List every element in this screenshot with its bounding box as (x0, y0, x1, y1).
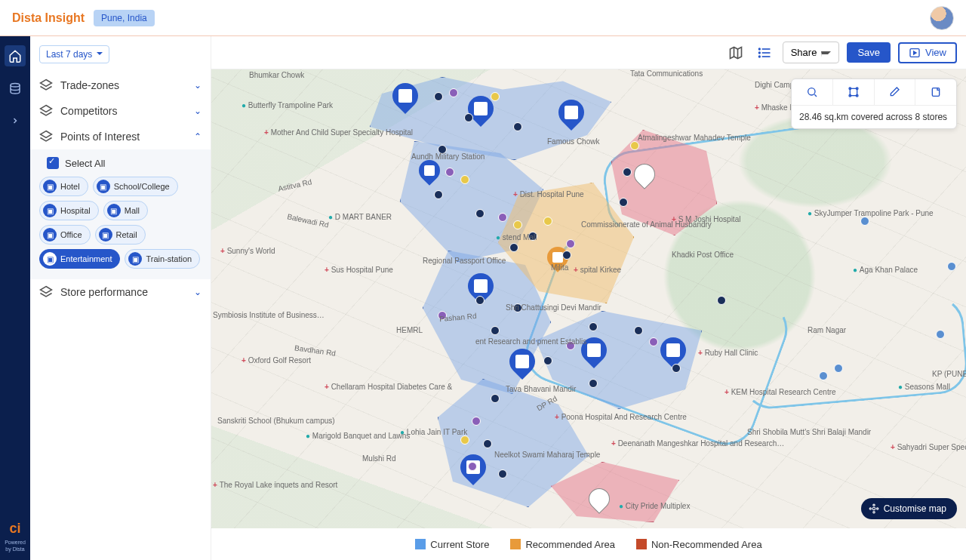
chip-icon: ▣ (43, 252, 57, 266)
svg-point-15 (872, 507, 875, 510)
poi-dot[interactable] (513, 303, 522, 312)
chip-icon: ▣ (43, 228, 57, 242)
home-icon[interactable] (5, 45, 26, 66)
poi-chip-train-station[interactable]: ▣Train-station (125, 249, 200, 269)
chip-icon: ▣ (99, 228, 112, 242)
poi-dot[interactable] (717, 296, 726, 305)
time-range-dropdown[interactable]: Last 7 days (39, 45, 109, 63)
map-canvas[interactable]: ▭ ▭ ▭ ▭ ▭ ▭ ▭ ▭ ▭ ▭ ▭ ▭ (211, 69, 966, 528)
edit-icon[interactable] (875, 79, 916, 105)
poi-dot[interactable] (475, 296, 485, 305)
collapse-icon[interactable] (6, 112, 24, 130)
poi-chip-office[interactable]: ▣Office (39, 225, 91, 245)
view-button[interactable]: View (898, 42, 957, 63)
poi-dot[interactable] (947, 262, 956, 271)
poi-dot[interactable] (491, 394, 500, 403)
poi-dot[interactable] (438, 145, 447, 154)
bounding-box-icon[interactable] (833, 79, 875, 105)
poi-dot[interactable] (460, 175, 469, 184)
poi-dot[interactable] (464, 113, 473, 122)
poi-chip-retail[interactable]: ▣Retail (95, 225, 146, 245)
svg-rect-14 (932, 88, 939, 97)
chip-label: Office (60, 230, 82, 239)
swatch-red (636, 539, 647, 549)
poi-dot[interactable] (936, 330, 945, 339)
poi-chip-entertainment[interactable]: ▣Entertainment (39, 249, 120, 269)
poi-dot[interactable] (566, 239, 575, 248)
poi-dot[interactable] (619, 198, 628, 207)
section-label: Competitors (60, 105, 117, 117)
svg-point-16 (872, 504, 874, 506)
poi-dot[interactable] (543, 217, 552, 226)
poi-dot[interactable] (589, 322, 598, 331)
share-button[interactable]: Share (783, 42, 840, 63)
poi-dot[interactable] (623, 168, 632, 177)
customise-label: Customise map (884, 503, 946, 514)
poi-dot[interactable] (566, 341, 575, 350)
poi-dot[interactable] (468, 462, 477, 471)
poi-dot[interactable] (434, 92, 443, 101)
save-button[interactable]: Save (847, 42, 891, 63)
poi-dot[interactable] (672, 364, 681, 373)
database-icon[interactable] (6, 80, 24, 98)
section-label: Store performance (60, 286, 148, 298)
poi-dot[interactable] (445, 168, 454, 177)
layers-icon (39, 78, 53, 92)
chip-icon: ▣ (107, 204, 121, 217)
location-chip[interactable]: Pune, India (94, 10, 155, 26)
section-store-performance[interactable]: Store performance ⌄ (30, 279, 211, 305)
section-trade-zones[interactable]: Trade-zones ⌄ (30, 72, 211, 98)
poi-dot[interactable] (449, 88, 458, 97)
poi-chip-school-college[interactable]: ▣School/College (93, 177, 178, 196)
poi-dot[interactable] (513, 220, 522, 229)
select-all-row[interactable]: Select All (47, 157, 202, 169)
select-all-label: Select All (65, 158, 105, 169)
poi-dot[interactable] (528, 232, 537, 241)
checkbox-icon[interactable] (47, 157, 59, 169)
poi-dot[interactable] (589, 379, 598, 388)
poi-dot[interactable] (834, 364, 843, 373)
poi-chip-mall[interactable]: ▣Mall (103, 201, 148, 220)
poi-dot[interactable] (460, 435, 469, 445)
poi-dot[interactable] (513, 122, 522, 131)
legend-item-recommended: Recommended Area (510, 539, 615, 550)
customise-map-button[interactable]: Customise map (861, 498, 957, 519)
map-view-icon[interactable] (725, 42, 746, 63)
poi-dot[interactable] (509, 243, 518, 252)
poi-dot[interactable] (483, 439, 492, 448)
poi-dot[interactable] (543, 356, 552, 365)
poi-chip-hospital[interactable]: ▣Hospital (39, 201, 99, 220)
poi-dot[interactable] (819, 371, 828, 380)
rail-footer: ci Poweredby Dista (5, 521, 26, 552)
poi-dot[interactable] (498, 213, 507, 222)
section-competitors[interactable]: Competitors ⌄ (30, 98, 211, 124)
poi-dot[interactable] (491, 92, 500, 101)
chip-label: Mall (125, 206, 140, 215)
note-icon[interactable] (915, 79, 956, 105)
poi-dot[interactable] (562, 251, 571, 260)
share-label: Share (791, 47, 817, 58)
poi-dot[interactable] (491, 326, 500, 335)
poi-dot[interactable] (860, 217, 869, 226)
section-poi[interactable]: Points of Interest ⌃ (30, 124, 211, 149)
left-nav-rail: ci Poweredby Dista (0, 36, 30, 560)
chip-icon: ▣ (43, 180, 57, 193)
poi-dot[interactable] (649, 337, 658, 346)
poi-dot[interactable] (438, 311, 447, 320)
poi-dot[interactable] (475, 209, 485, 218)
search-icon[interactable] (792, 79, 833, 105)
chip-label: Entertainment (60, 254, 112, 263)
poi-chip-hotel[interactable]: ▣Hotel (39, 177, 88, 196)
poi-dot[interactable] (434, 190, 443, 199)
poi-dot[interactable] (498, 469, 507, 478)
poi-dot[interactable] (630, 141, 639, 150)
list-view-icon[interactable] (754, 42, 775, 63)
main-area: Share Save View ▭ ▭ ▭ ▭ (211, 36, 966, 560)
map-toolbar: Share Save View (211, 36, 966, 69)
chip-label: Train-station (146, 254, 192, 263)
poi-dot[interactable] (472, 417, 481, 426)
poi-dot[interactable] (634, 326, 643, 335)
caret-down-icon (821, 51, 831, 57)
user-avatar[interactable] (930, 6, 954, 30)
svg-point-17 (872, 512, 874, 513)
